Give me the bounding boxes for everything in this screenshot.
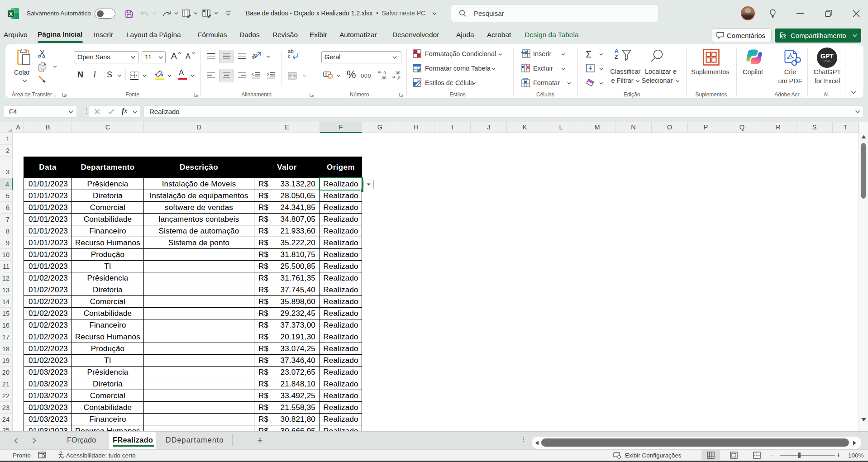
svg-text:X: X: [9, 11, 13, 17]
svg-text:,00: ,00: [395, 71, 401, 75]
svg-text:,0: ,0: [382, 71, 386, 75]
svg-text:,0: ,0: [397, 76, 401, 80]
svg-text:,00: ,00: [381, 76, 386, 80]
svg-text:C: C: [325, 72, 328, 76]
